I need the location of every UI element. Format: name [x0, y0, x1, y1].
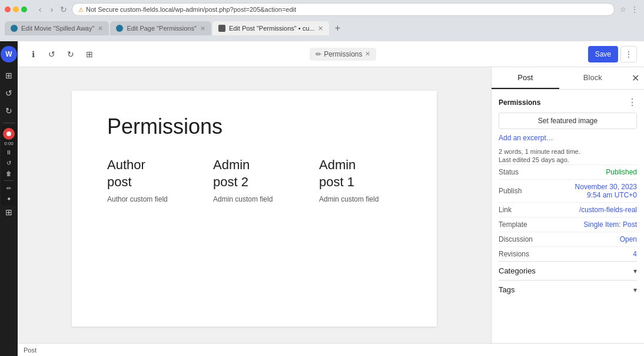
post-item-admin1: Adminpost 1 Admin custom field [319, 157, 401, 203]
new-tab-icon[interactable]: + [330, 21, 344, 35]
editor-right-actions: Save ⋮ [588, 46, 637, 62]
tags-collapsible[interactable]: Tags ▾ [499, 280, 637, 299]
template-row: Template Single Item: Post [499, 217, 637, 232]
dot-green[interactable] [21, 6, 27, 12]
words-meta: 2 words, 1 minute read time. [499, 148, 637, 155]
post-item-author: Authorpost Author custom field [107, 157, 190, 203]
featured-image-button[interactable]: Set featured image [499, 113, 637, 129]
editor-area: ℹ ↺ ↻ ⊞ ✏ Permissions ✕ Save ⋮ [18, 41, 644, 356]
sidebar-content: Permissions ⋮ Set featured image Add an … [492, 90, 644, 343]
settings-button[interactable]: ⋮ [620, 46, 637, 62]
recording-indicator [3, 128, 15, 140]
add-excerpt-link[interactable]: Add an excerpt… [499, 134, 637, 142]
wp-logo[interactable]: W [1, 46, 17, 62]
browser-top-bar: ‹ › ↻ ⚠ Not Secure custom-fields.local/w… [0, 0, 644, 19]
undo-icon[interactable]: ↺ [44, 46, 60, 62]
toolbar-separator-1 [3, 123, 15, 123]
browser-nav-icons: ‹ › ↻ [35, 5, 68, 14]
publish-value[interactable]: November 30, 2023 9:54 am UTC+0 [560, 183, 637, 199]
address-bar[interactable]: ⚠ Not Secure custom-fields.local/wp-admi… [72, 3, 615, 16]
tab-post[interactable]: Post [492, 67, 559, 89]
details-icon[interactable]: ℹ [25, 46, 41, 62]
pause-recording-btn[interactable]: ⏸ [3, 147, 15, 157]
status-label: Status [499, 168, 519, 176]
grid-icon[interactable]: ⊞ [1, 204, 17, 220]
editor-tab-permissions[interactable]: ✏ Permissions ✕ [310, 48, 376, 61]
recording-dot [6, 131, 11, 136]
tab1-label: Edit Movie "Spilled Away" [21, 25, 94, 32]
status-bar-text: Post [24, 347, 36, 354]
sidebar-close-btn[interactable]: ✕ [626, 67, 644, 89]
revisions-label: Revisions [499, 250, 529, 258]
block-tools-icon[interactable]: ⊞ [81, 46, 98, 62]
status-row: Status Published [499, 164, 637, 179]
page-content: Permissions Authorpost Author custom fie… [72, 91, 437, 327]
publish-row: Publish November 30, 2023 9:54 am UTC+0 [499, 179, 637, 202]
permissions-section-header: Permissions ⋮ [499, 97, 637, 108]
editor-canvas: Permissions Authorpost Author custom fie… [18, 67, 491, 343]
link-label: Link [499, 206, 512, 214]
author-custom-field: Author custom field [107, 195, 190, 203]
right-sidebar: Post Block ✕ Permissions ⋮ Set featured … [491, 67, 644, 343]
sidebar-tabs-bar: Post Block ✕ [492, 67, 644, 90]
editor-center-tabs: ✏ Permissions ✕ [102, 48, 583, 61]
dot-yellow[interactable] [13, 6, 19, 12]
admin-post-2-title: Adminpost 2 [213, 157, 296, 190]
wp-logo-icon: W [5, 50, 12, 58]
template-label: Template [499, 220, 527, 229]
rewind-recording-btn[interactable]: ↺ [3, 158, 15, 167]
tab2-label: Edit Page "Permissions" [127, 25, 196, 32]
undo-toolbar-icon[interactable]: ↺ [1, 85, 17, 101]
discussion-value[interactable]: Open [620, 235, 637, 243]
save-button[interactable]: Save [588, 46, 618, 62]
redo-toolbar-icon[interactable]: ↻ [1, 103, 17, 119]
tab3-label: Edit Post "Permissions" • cu... [229, 25, 315, 32]
browser-right-icons: ☆ ⋮ [618, 5, 639, 14]
tab3-close[interactable]: ✕ [318, 25, 323, 32]
browser-tab-1[interactable]: Edit Movie "Spilled Away" ✕ [5, 21, 109, 35]
effects-btn[interactable]: ✦ [3, 194, 15, 203]
admin-post-1-title: Adminpost 1 [319, 157, 401, 190]
close-tab-icon[interactable]: ✕ [365, 50, 370, 58]
admin1-custom-field: Admin custom field [319, 195, 401, 203]
browser-tab-3[interactable]: Edit Post "Permissions" • cu... ✕ [213, 21, 330, 35]
content-area: Permissions Authorpost Author custom fie… [18, 67, 644, 343]
status-value[interactable]: Published [606, 168, 637, 176]
star-icon[interactable]: ☆ [618, 5, 628, 14]
categories-chevron-icon: ▾ [633, 267, 637, 275]
redo-icon[interactable]: ↻ [62, 46, 79, 62]
status-bar: Post [18, 343, 644, 356]
revisions-value[interactable]: 4 [633, 250, 637, 258]
back-icon[interactable]: ‹ [35, 5, 45, 14]
browser-tab-2[interactable]: Edit Page "Permissions" ✕ [110, 21, 211, 35]
template-value[interactable]: Single Item: Post [583, 220, 637, 229]
editor-tools-icon[interactable]: ⊞ [1, 67, 17, 84]
browser-chrome: ‹ › ↻ ⚠ Not Secure custom-fields.local/w… [0, 0, 644, 41]
discussion-row: Discussion Open [499, 232, 637, 246]
browser-tabs-bar: Edit Movie "Spilled Away" ✕ Edit Page "P… [0, 19, 644, 35]
editor-topbar: ℹ ↺ ↻ ⊞ ✏ Permissions ✕ Save ⋮ [18, 41, 644, 67]
tab-block[interactable]: Block [559, 67, 627, 89]
link-value[interactable]: /custom-fields-real [579, 206, 637, 214]
categories-collapsible[interactable]: Categories ▾ [499, 261, 637, 280]
discussion-label: Discussion [499, 235, 533, 243]
tab1-close[interactable]: ✕ [98, 25, 103, 32]
menu-icon[interactable]: ⋮ [630, 5, 639, 14]
tags-chevron-icon: ▾ [633, 286, 637, 294]
tags-label: Tags [499, 285, 514, 294]
tab1-favicon [11, 25, 18, 32]
draw-btn[interactable]: ✏ [3, 183, 15, 193]
tab2-favicon [116, 25, 123, 32]
recording-overlay: 0:00 ⏸ ↺ 🗑 ✏ ✦ [1, 126, 16, 206]
dot-red[interactable] [5, 6, 11, 12]
permissions-more-icon[interactable]: ⋮ [628, 97, 637, 108]
categories-label: Categories [499, 266, 536, 275]
forward-icon[interactable]: › [47, 5, 57, 14]
refresh-icon[interactable]: ↻ [59, 5, 68, 14]
permissions-section-title: Permissions [499, 98, 540, 107]
tab2-close[interactable]: ✕ [200, 25, 205, 32]
tab3-favicon [218, 25, 225, 32]
delete-recording-btn[interactable]: 🗑 [3, 169, 15, 178]
page-title: Permissions [107, 114, 401, 139]
edit-pencil-icon: ✏ [316, 50, 321, 58]
